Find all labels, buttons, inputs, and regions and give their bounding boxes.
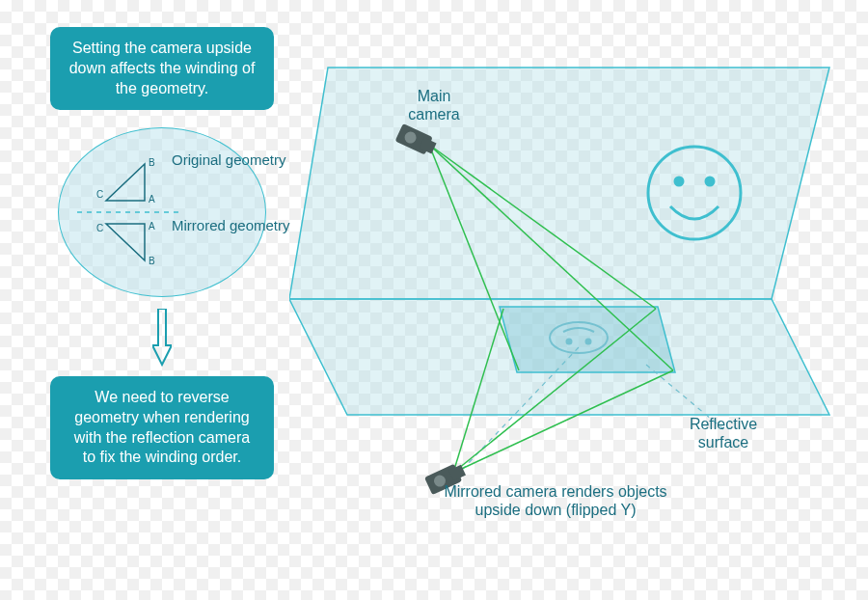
svg-point-10 bbox=[586, 340, 591, 344]
mirrored-geometry-label: Mirrored geometry bbox=[172, 218, 290, 234]
vertex-c-upper: C bbox=[96, 189, 103, 200]
vertex-b-upper: B bbox=[149, 157, 155, 168]
reflective-surface-label: Reflective surface bbox=[665, 415, 781, 451]
original-geometry-label: Original geometry bbox=[172, 152, 285, 169]
svg-marker-1 bbox=[106, 164, 145, 201]
vertex-a-upper: A bbox=[149, 194, 155, 205]
svg-marker-2 bbox=[106, 224, 145, 260]
arrow-down-icon bbox=[152, 309, 172, 367]
callout-reverse-geometry: We need to reverse geometry when renderi… bbox=[50, 376, 274, 479]
winding-triangles: B A C B A C bbox=[77, 145, 183, 280]
callout-winding-affected: Setting the camera upside down affects t… bbox=[50, 27, 274, 110]
svg-point-7 bbox=[706, 177, 714, 185]
mirrored-camera-label: Mirrored camera renders objects upside d… bbox=[430, 482, 681, 519]
svg-point-9 bbox=[567, 340, 572, 344]
svg-point-6 bbox=[675, 177, 683, 185]
main-camera-label: Main camera bbox=[395, 87, 473, 123]
vertex-c-lower: C bbox=[96, 223, 103, 233]
vertex-a-lower: A bbox=[149, 221, 155, 232]
vertex-b-lower: B bbox=[149, 256, 155, 266]
